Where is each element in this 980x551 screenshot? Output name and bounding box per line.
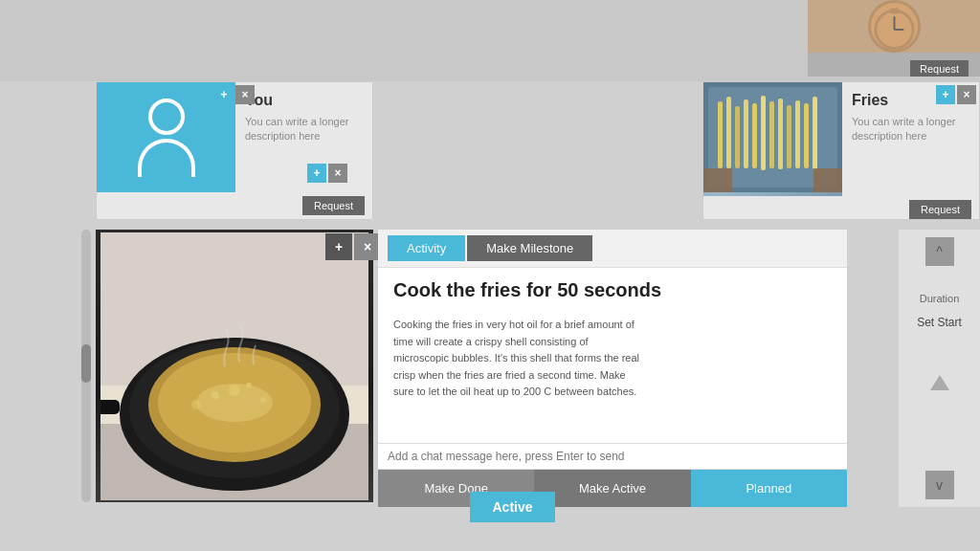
svg-rect-1	[889, 8, 899, 13]
card-you-info: You You can write a longer description h…	[235, 82, 372, 192]
active-badge: Active	[470, 492, 555, 522]
set-start-value: Set Start	[917, 316, 962, 329]
you-add-btn[interactable]: +	[214, 85, 234, 104]
duration-label: Duration	[920, 293, 960, 304]
detail-close-button[interactable]: ×	[354, 233, 381, 260]
you-card-controls: + ×	[214, 85, 255, 104]
svg-rect-18	[703, 168, 732, 192]
detail-footer: Make Done Make Active Planned	[378, 469, 847, 507]
person-head	[148, 99, 185, 135]
card-top-right: Request	[808, 0, 980, 77]
chat-input[interactable]	[388, 450, 837, 463]
svg-rect-11	[761, 96, 766, 170]
card-you-description: You can write a longer description here	[245, 115, 363, 144]
svg-rect-13	[778, 99, 783, 169]
left-scrollbar[interactable]	[81, 230, 91, 502]
make-active-button[interactable]: Make Active	[534, 470, 690, 507]
svg-rect-7	[726, 97, 731, 168]
planned-button[interactable]: Planned	[691, 470, 847, 507]
detail-add-button[interactable]: +	[325, 233, 352, 260]
fries-visual	[703, 82, 842, 196]
detail-content: Cook the fries for 50 seconds Cooking th…	[378, 268, 847, 443]
nav-up-button[interactable]: ^	[925, 237, 954, 266]
detail-panel-controls: + ×	[325, 233, 381, 260]
cooking-image	[96, 230, 373, 502]
svg-rect-9	[744, 99, 748, 168]
svg-rect-32	[100, 400, 120, 414]
top-section: Request	[0, 0, 980, 81]
svg-rect-19	[813, 168, 842, 192]
timer-visual	[868, 0, 921, 53]
svg-rect-12	[769, 101, 774, 168]
svg-rect-6	[718, 101, 723, 168]
card-you-request-button[interactable]: Request	[302, 196, 365, 215]
detail-description: Cooking the fries in very hot oil for a …	[393, 317, 642, 401]
card-fries-image	[703, 82, 842, 196]
person-icon	[138, 99, 195, 177]
detail-panel: Activity Make Milestone Cook the fries f…	[378, 230, 847, 507]
fries-card-controls: + ×	[936, 85, 976, 104]
detail-panel-header: Activity Make Milestone	[378, 230, 847, 268]
card-you-add-button[interactable]: +	[307, 164, 326, 183]
tab-activity[interactable]: Activity	[388, 235, 465, 261]
card-you-close-button[interactable]: ×	[328, 164, 347, 183]
card-you-controls: + ×	[307, 164, 347, 183]
top-right-request-button[interactable]: Request	[910, 60, 969, 77]
svg-rect-8	[735, 106, 740, 168]
card-fries-footer: Request	[703, 196, 979, 223]
tab-milestone[interactable]: Make Milestone	[467, 235, 592, 261]
fries-add-btn[interactable]: +	[936, 85, 955, 104]
card-you-name: You	[245, 92, 363, 109]
detail-title: Cook the fries for 50 seconds	[393, 279, 832, 301]
person-body	[138, 139, 195, 177]
nav-down-button[interactable]: v	[925, 471, 954, 499]
svg-point-33	[196, 384, 273, 422]
right-sidebar: ^ Duration Set Start v	[899, 230, 980, 507]
triangle-icon	[930, 375, 949, 390]
tab-bar: Activity Make Milestone	[388, 235, 592, 261]
detail-chat	[378, 443, 847, 469]
svg-rect-10	[752, 103, 757, 168]
fries-close-btn[interactable]: ×	[957, 85, 976, 104]
card-fries-description: You can write a longer description here	[852, 115, 969, 144]
scrollbar-thumb[interactable]	[81, 344, 91, 383]
svg-rect-15	[795, 100, 800, 168]
timer-image	[808, 0, 980, 53]
svg-rect-16	[804, 103, 809, 168]
card-you-footer: Request	[97, 192, 372, 219]
svg-rect-17	[813, 97, 817, 169]
card-fries-request-button[interactable]: Request	[909, 200, 971, 219]
svg-rect-14	[787, 105, 791, 168]
you-close-btn[interactable]: ×	[235, 85, 255, 104]
